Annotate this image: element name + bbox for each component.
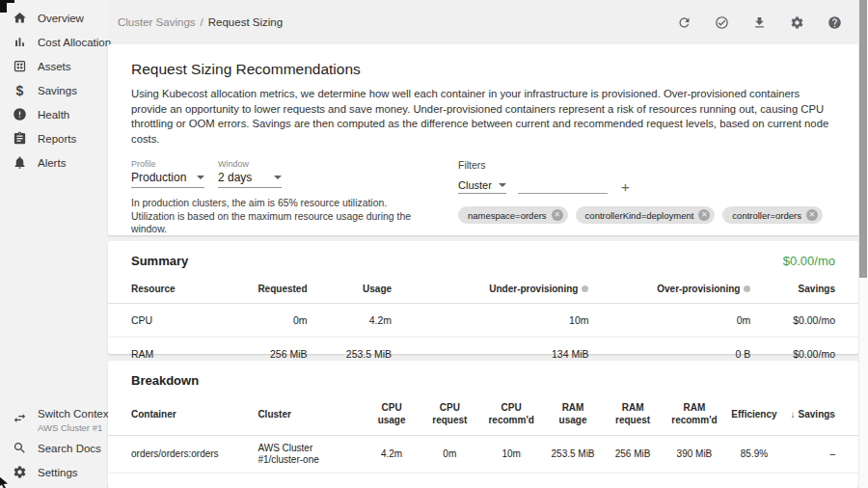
- cell-container: orders/orders:orders: [131, 442, 258, 467]
- chevron-down-icon: [197, 176, 204, 179]
- remove-chip-icon[interactable]: [698, 209, 710, 221]
- column-header: Efficiency: [726, 400, 782, 429]
- cell-cpu-request: 0m: [420, 442, 479, 467]
- column-header: Requested: [237, 277, 308, 303]
- window-field: Window 2 days: [218, 159, 282, 188]
- chevron-down-icon: [274, 176, 282, 179]
- breadcrumb: Cluster Savings/Request Sizing: [118, 16, 283, 28]
- controls-row: Profile Production Window 2 days In prod…: [131, 159, 835, 236]
- sidebar: Overview Cost Allocation Assets $ Saving…: [0, 0, 108, 488]
- table-row[interactable]: orders/orders:orders AWS Cluster #1/clus…: [108, 436, 858, 474]
- column-header: Usage: [308, 277, 393, 303]
- add-filter-button[interactable]: +: [621, 180, 630, 194]
- mouse-cursor: [0, 476, 10, 488]
- topbar-actions: [671, 10, 847, 35]
- summary-total-savings: $0.00/mo: [783, 254, 835, 268]
- sidebar-item-switch-context[interactable]: Switch Context AWS Cluster #1: [0, 400, 108, 436]
- filter-chips: namespace=orders controllerKind=deployme…: [458, 206, 823, 224]
- summary-card: Summary $0.00/mo Resource Requested Usag…: [108, 241, 858, 354]
- profile-select[interactable]: Production: [131, 171, 204, 188]
- refresh-icon[interactable]: [671, 10, 696, 35]
- info-icon[interactable]: [744, 285, 750, 292]
- dollar-icon: $: [13, 83, 27, 98]
- sidebar-item-health[interactable]: Health: [0, 102, 108, 126]
- check-circle-icon[interactable]: [709, 10, 734, 35]
- cell-savings: $0.00/mo: [750, 304, 835, 337]
- page-title: Request Sizing Recommendations: [108, 44, 858, 78]
- window-value: 2 days: [218, 171, 252, 184]
- column-header: Under-provisioning: [392, 277, 588, 303]
- window-label: Window: [218, 159, 282, 169]
- screen-corner-artifact: [0, 0, 14, 3]
- column-header: Cluster: [258, 400, 364, 429]
- column-header: CPUrequest: [420, 393, 479, 435]
- home-icon: [13, 11, 27, 25]
- sidebar-item-label: Reports: [38, 133, 76, 145]
- sidebar-item-alerts[interactable]: Alerts: [0, 150, 108, 175]
- profile-label: Profile: [131, 159, 204, 169]
- cell-ram-recommended: 390 MiB: [663, 442, 726, 467]
- filter-chip: controller=orders: [722, 206, 823, 224]
- filter-type-select[interactable]: Cluster: [458, 179, 506, 194]
- breadcrumb-separator: /: [201, 16, 203, 28]
- bell-icon: [13, 155, 27, 170]
- sidebar-item-label: Alerts: [38, 157, 66, 169]
- request-sizing-card: Request Sizing Recommendations Using Kub…: [108, 44, 858, 235]
- remove-chip-icon[interactable]: [806, 209, 818, 221]
- scrollbar-thumb[interactable]: [859, 0, 867, 278]
- sidebar-item-label: Health: [38, 109, 69, 121]
- filter-value-input[interactable]: [518, 178, 608, 194]
- info-icon[interactable]: [582, 285, 588, 292]
- sidebar-item-search-docs[interactable]: Search Docs: [0, 436, 108, 460]
- column-header: RAMusage: [543, 393, 603, 435]
- scrollbar-track[interactable]: [858, 0, 868, 488]
- column-header: Resource: [131, 277, 237, 303]
- sidebar-item-assets[interactable]: Assets: [0, 54, 108, 78]
- breadcrumb-parent-link[interactable]: Cluster Savings: [118, 16, 196, 28]
- cell-under-provisioning: 10m: [392, 304, 588, 337]
- gear-icon: [13, 465, 27, 479]
- column-header: Container: [131, 400, 258, 429]
- remove-chip-icon[interactable]: [552, 209, 563, 221]
- cell-ram-usage: 253.5 MiB: [543, 442, 603, 467]
- window-select[interactable]: 2 days: [218, 171, 282, 188]
- column-header: Over-provisioning: [588, 277, 750, 303]
- breadcrumb-current: Request Sizing: [208, 16, 283, 28]
- chevron-down-icon: [499, 183, 506, 187]
- summary-title: Summary: [131, 254, 188, 268]
- sidebar-footer: Switch Context AWS Cluster #1 Search Doc…: [0, 400, 108, 484]
- breakdown-title: Breakdown: [131, 373, 199, 388]
- column-header-sortable[interactable]: Savings: [782, 400, 835, 429]
- filter-chip-label: namespace=orders: [468, 210, 547, 221]
- filters-label: Filters: [458, 159, 823, 171]
- breakdown-table-header: Container Cluster CPUusage CPUrequest CP…: [108, 393, 858, 436]
- profile-value: Production: [131, 171, 186, 184]
- filter-chip-label: controller=orders: [732, 210, 801, 221]
- sidebar-item-overview[interactable]: Overview: [0, 6, 108, 30]
- sidebar-item-label: Switch Context: [38, 408, 112, 420]
- sidebar-item-label: Settings: [38, 467, 78, 478]
- table-row: CPU 0m 4.2m 10m 0m $0.00/mo: [108, 304, 858, 338]
- cell-requested: 0m: [237, 304, 308, 337]
- cell-cpu-usage: 4.2m: [364, 442, 420, 467]
- cell-cluster: AWS Cluster #1/cluster-one: [258, 436, 364, 473]
- gear-icon[interactable]: [784, 10, 809, 35]
- filter-chip: controllerKind=deployment: [576, 206, 716, 224]
- sidebar-item-settings[interactable]: Settings: [0, 460, 108, 484]
- profile-note: In production clusters, the aim is 65% r…: [131, 197, 420, 236]
- bar-chart-icon: [13, 35, 27, 49]
- download-icon[interactable]: [746, 10, 772, 35]
- sidebar-item-cost-allocation[interactable]: Cost Allocation: [0, 30, 108, 54]
- sidebar-item-label: Assets: [38, 61, 71, 72]
- sidebar-item-label: Cost Allocation: [38, 37, 111, 48]
- sidebar-item-label: Savings: [38, 85, 77, 96]
- cell-usage: 4.2m: [308, 304, 393, 337]
- sidebar-item-savings[interactable]: $ Savings: [0, 78, 108, 102]
- cell-cpu-recommended: 10m: [479, 442, 543, 467]
- sidebar-item-reports[interactable]: Reports: [0, 126, 108, 150]
- help-icon[interactable]: [822, 10, 847, 35]
- filter-chip-label: controllerKind=deployment: [585, 210, 694, 221]
- summary-table-header: Resource Requested Usage Under-provision…: [108, 277, 858, 304]
- current-cluster-label: AWS Cluster #1: [38, 422, 112, 433]
- column-header: RAMrequest: [603, 393, 663, 435]
